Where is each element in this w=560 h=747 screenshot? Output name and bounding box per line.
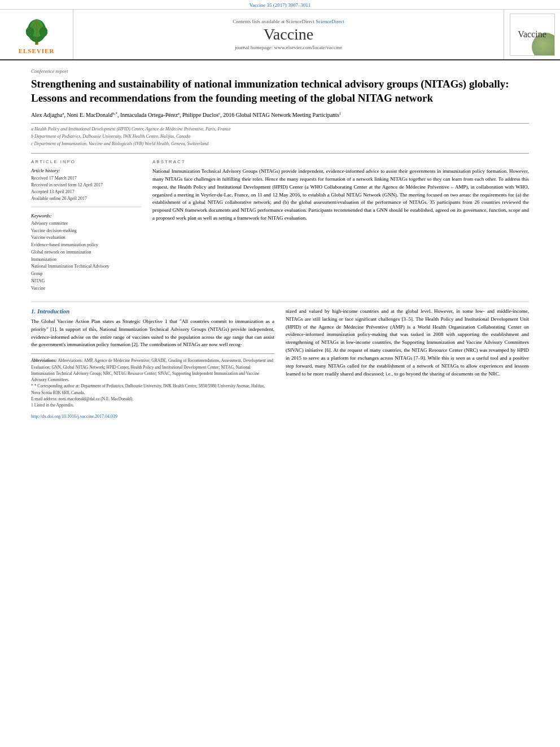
keyword-2: Vaccine decision-making bbox=[31, 228, 141, 235]
email-footnote: E-mail address: noni.macdonald@dal.ca (N… bbox=[31, 396, 274, 402]
doi-anchor[interactable]: http://dx.doi.org/10.1016/j.vaccine.2017… bbox=[31, 414, 117, 419]
abbreviations-footnote: Abbreviations: Abbreviations: AMP, Agenc… bbox=[31, 357, 274, 383]
revised-date: Received in revised form 12 April 2017 bbox=[31, 182, 141, 189]
keyword-8: Group bbox=[31, 270, 141, 278]
article-title: Strengthening and sustainability of nati… bbox=[31, 77, 529, 105]
conference-label: Conference report bbox=[31, 68, 529, 74]
homepage-line: journal homepage: www.elsevier.com/locat… bbox=[235, 45, 342, 50]
journal-citation: Vaccine 35 (2017) 3007–3011 bbox=[0, 0, 560, 10]
sciencedirect-line: Contents lists available at ScienceDirec… bbox=[233, 19, 344, 24]
accepted-date: Accepted 13 April 2017 bbox=[31, 189, 141, 195]
main-content: Conference report Strengthening and sust… bbox=[0, 68, 560, 419]
authors-line: Alex Adjagbaa, Noni E. MacDonaldb,*, Inm… bbox=[31, 111, 529, 119]
elsevier-text: ELSEVIER bbox=[19, 47, 55, 54]
elsevier-tree-icon bbox=[17, 15, 56, 46]
elsevier-logo: ELSEVIER bbox=[0, 10, 73, 59]
vaccine-journal-logo: Vaccine bbox=[510, 14, 555, 56]
corresponding-author-footnote: * * Corresponding author at: Department … bbox=[31, 383, 274, 396]
article-history: Article history: Received 17 March 2017 … bbox=[31, 168, 141, 202]
keyword-7: National Immunization Technical Advisory bbox=[31, 263, 141, 270]
received-date: Received 17 March 2017 bbox=[31, 175, 141, 182]
abstract-column: ABSTRACT National Immunization Technical… bbox=[152, 159, 529, 292]
doi-link[interactable]: http://dx.doi.org/10.1016/j.vaccine.2017… bbox=[31, 414, 274, 419]
article-info-label: ARTICLE INFO bbox=[31, 159, 141, 164]
keyword-5: Global network on immunization bbox=[31, 249, 141, 256]
keyword-9: NITAG bbox=[31, 278, 141, 285]
footnotes-area: Abbreviations: Abbreviations: AMP, Agenc… bbox=[31, 353, 274, 408]
vaccine-logo-text: Vaccine bbox=[518, 29, 546, 40]
keywords-section: Keywords: Advisory committee Vaccine dec… bbox=[31, 213, 141, 292]
footnote1: 1 Listed in the Appendix. bbox=[31, 402, 274, 408]
section-divider bbox=[31, 302, 529, 302]
introduction-section: 1. Introduction The Global Vaccine Actio… bbox=[31, 308, 529, 420]
keyword-1: Advisory committee bbox=[31, 220, 141, 228]
keyword-6: Immunization bbox=[31, 256, 141, 264]
svg-point-3 bbox=[25, 27, 34, 37]
affiliation-b: b Department of Pediatrics, Dalhousie Un… bbox=[31, 133, 529, 140]
journal-header: ELSEVIER Contents lists available at Sci… bbox=[0, 10, 560, 60]
keywords-title: Keywords: bbox=[31, 213, 141, 219]
affiliation-a: a Health Policy and Institutional Develo… bbox=[31, 126, 529, 133]
abstract-text: National Immunization Technical Advisory… bbox=[152, 168, 529, 223]
article-info-column: ARTICLE INFO Article history: Received 1… bbox=[31, 159, 141, 292]
introduction-left-column: 1. Introduction The Global Vaccine Actio… bbox=[31, 308, 274, 420]
introduction-right-text: nized and valued by high-income countrie… bbox=[286, 308, 529, 378]
journal-title: Vaccine bbox=[264, 25, 314, 43]
introduction-heading: 1. Introduction bbox=[31, 308, 274, 314]
affiliation-c: c Department of Immunization, Vaccine an… bbox=[31, 141, 529, 147]
journal-center-info: Contents lists available at ScienceDirec… bbox=[73, 10, 504, 59]
introduction-left-text: The Global Vaccine Action Plan states as… bbox=[31, 318, 274, 350]
affiliations: a Health Policy and Institutional Develo… bbox=[31, 123, 529, 147]
abstract-label: ABSTRACT bbox=[152, 159, 529, 164]
keyword-4: Evidence-based immunization policy bbox=[31, 242, 141, 249]
article-info-abstract-section: ARTICLE INFO Article history: Received 1… bbox=[31, 153, 529, 292]
history-title: Article history: bbox=[31, 168, 141, 173]
available-online-date: Available online 26 April 2017 bbox=[31, 195, 141, 202]
introduction-right-column: nized and valued by high-income countrie… bbox=[286, 308, 529, 420]
svg-point-4 bbox=[39, 27, 47, 37]
sciencedirect-link[interactable]: ScienceDirect bbox=[316, 19, 344, 24]
keyword-10: Vaccine bbox=[31, 285, 141, 292]
citation-text: Vaccine 35 (2017) 3007–3011 bbox=[250, 2, 310, 8]
vaccine-logo-box: Vaccine bbox=[504, 10, 560, 59]
keyword-3: Vaccine evaluation bbox=[31, 234, 141, 242]
